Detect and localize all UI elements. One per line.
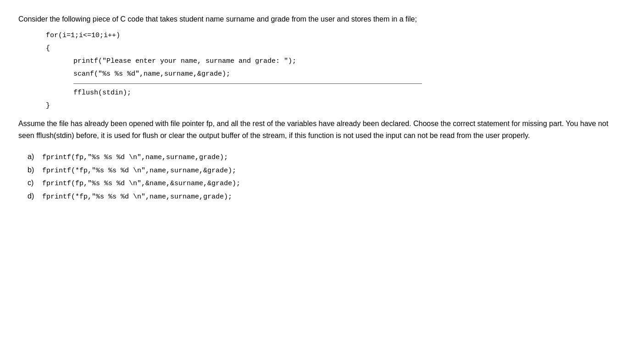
code-line-brace-close: } bbox=[46, 100, 615, 111]
code-line-scanf: scanf("%s %s %d",name,surname,&grade); bbox=[73, 69, 615, 80]
option-b-code: fprintf(*fp,"%s %s %d \n",name,surname,&… bbox=[42, 165, 236, 177]
option-b: b) fprintf(*fp,"%s %s %d \n",name,surnam… bbox=[28, 164, 615, 177]
option-c-code: fprintf(fp,"%s %s %d \n",&name,&surname,… bbox=[42, 178, 240, 190]
option-d-label: d) bbox=[28, 190, 37, 202]
option-c-label: c) bbox=[28, 176, 37, 189]
code-block: for(i=1;i<=10;i++) { printf("Please ente… bbox=[18, 30, 615, 111]
option-a: a) fprintf(fp,"%s %s %d \n",name,surname… bbox=[28, 150, 615, 164]
question-explanation: Assume the file has already been opened … bbox=[18, 118, 615, 141]
option-b-label: b) bbox=[28, 164, 37, 176]
option-a-label: a) bbox=[28, 150, 37, 163]
option-d: d) fprintf(*fp,"%s %s %d \n",name,surnam… bbox=[28, 190, 615, 203]
option-d-code: fprintf(*fp,"%s %s %d \n",name,surname,g… bbox=[42, 191, 232, 203]
option-c: c) fprintf(fp,"%s %s %d \n",&name,&surna… bbox=[28, 176, 615, 190]
code-line-fflush: fflush(stdin); bbox=[73, 88, 615, 99]
code-divider bbox=[73, 83, 422, 84]
options-list: a) fprintf(fp,"%s %s %d \n",name,surname… bbox=[28, 150, 615, 203]
option-a-code: fprintf(fp,"%s %s %d \n",name,surname,gr… bbox=[42, 152, 228, 164]
question-intro: Consider the following piece of C code t… bbox=[18, 14, 615, 25]
code-line-brace-open: { bbox=[46, 43, 615, 54]
code-line-printf: printf("Please enter your name, surname … bbox=[73, 56, 615, 67]
question-container: Consider the following piece of C code t… bbox=[18, 14, 615, 203]
code-line-for: for(i=1;i<=10;i++) bbox=[46, 30, 615, 41]
